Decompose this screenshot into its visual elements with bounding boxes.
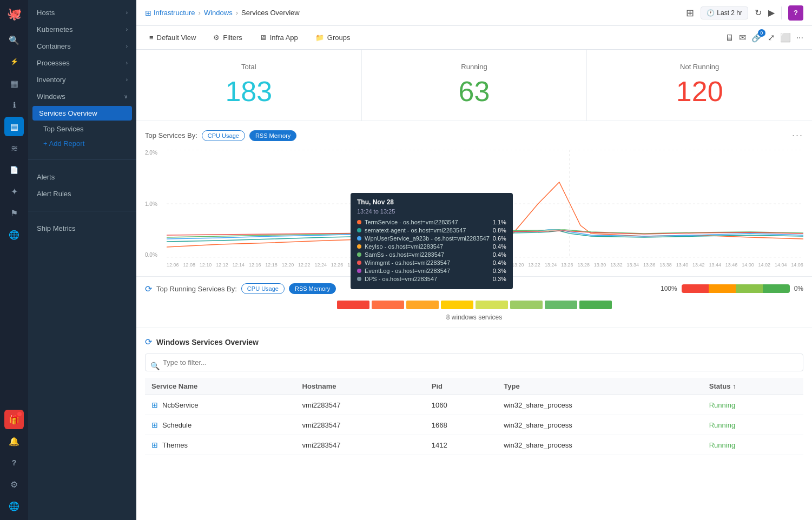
default-view-btn[interactable]: ≡ Default View bbox=[145, 31, 200, 44]
col-type: Type bbox=[497, 378, 702, 395]
gift-icon[interactable]: 🎁 bbox=[4, 410, 24, 429]
tooltip-row: SamSs - os.host=vmi2283547 0.4% bbox=[357, 251, 506, 258]
tooltip-service-name: DPS - os.host=vmi2283547 bbox=[365, 276, 490, 282]
chevron-right-icon: › bbox=[126, 77, 128, 83]
stat-not-running-label: Not Running bbox=[596, 63, 803, 71]
tooltip-service-name: EventLog - os.host=vmi2283547 bbox=[365, 268, 490, 274]
network-icon[interactable]: 🌐 bbox=[4, 496, 24, 516]
sidebar-item-kubernetes[interactable]: Kubernetes › bbox=[28, 21, 136, 38]
tooltip-service-name: SamSs - os.host=vmi2283547 bbox=[365, 251, 490, 258]
nav-divider bbox=[28, 159, 136, 160]
email-icon[interactable]: ✉ bbox=[739, 32, 746, 43]
windows-icon: ⊞ bbox=[151, 401, 158, 409]
tooltip-dot bbox=[357, 269, 361, 273]
fullscreen-icon[interactable]: ⤢ bbox=[768, 32, 775, 43]
quick-nav-icon[interactable]: ⚡ bbox=[4, 52, 24, 71]
stat-total-value: 183 bbox=[145, 75, 353, 108]
table-icon[interactable]: ≋ bbox=[4, 138, 24, 158]
sidebar-item-containers[interactable]: Containers › bbox=[28, 38, 136, 55]
clock-icon: 🕐 bbox=[707, 9, 715, 17]
block-8 bbox=[579, 301, 612, 309]
sidebar-item-ship-metrics[interactable]: Ship Metrics bbox=[28, 220, 136, 237]
chevron-right-icon: › bbox=[126, 26, 128, 32]
progress-seg-green bbox=[763, 284, 790, 293]
tooltip-value: 0.3% bbox=[493, 268, 506, 274]
tooltip-date: Thu, Nov 28 bbox=[357, 198, 506, 206]
nav-alerts-section: Alerts Alert Rules bbox=[28, 164, 136, 206]
more-icon[interactable]: ··· bbox=[796, 33, 803, 43]
tooltip-dot bbox=[357, 244, 361, 249]
chevron-right-icon: › bbox=[126, 10, 128, 16]
share-icon[interactable]: 🔗 0 bbox=[751, 32, 762, 43]
sidebar-item-alert-rules[interactable]: Alert Rules bbox=[28, 185, 136, 202]
stat-running: Running 63 bbox=[362, 50, 587, 121]
toolbar2-right: 🖥 ✉ 🔗 0 ⤢ ⬜ ··· bbox=[725, 32, 803, 43]
globe-icon[interactable]: 🌐 bbox=[4, 225, 24, 244]
play-icon[interactable]: ▶ bbox=[768, 8, 775, 18]
table-row[interactable]: ⊞ Themes vmi2283547 1412 win32_share_pro… bbox=[145, 435, 803, 455]
nav-divider-2 bbox=[28, 211, 136, 211]
sidebar-item-inventory[interactable]: Inventory › bbox=[28, 71, 136, 88]
windows-icon: ⊞ bbox=[151, 421, 158, 429]
cell-service-name: ⊞ NcbService bbox=[145, 395, 296, 415]
infra-app-btn[interactable]: 🖥 Infra App bbox=[255, 31, 302, 44]
tooltip-dot bbox=[357, 252, 361, 257]
stat-running-label: Running bbox=[371, 63, 578, 71]
time-range-btn[interactable]: 🕐 Last 2 hr bbox=[701, 6, 748, 19]
sidebar-item-add-report[interactable]: + Add Report bbox=[28, 136, 136, 151]
settings-icon[interactable]: ⚙ bbox=[4, 475, 24, 494]
list-icon[interactable]: ▤ bbox=[4, 117, 24, 136]
tooltip-dot bbox=[357, 277, 361, 281]
filter-search-icon: 🔍 bbox=[150, 362, 160, 370]
progress-0-label: 0% bbox=[794, 285, 803, 292]
filter-input[interactable] bbox=[145, 354, 803, 371]
help-btn[interactable]: ? bbox=[788, 5, 803, 21]
search-icon[interactable]: 🔍 bbox=[4, 30, 24, 50]
apps-grid-icon[interactable]: ⊞ bbox=[686, 7, 694, 19]
grid-icon[interactable]: ▦ bbox=[4, 74, 24, 93]
breadcrumb-windows[interactable]: Windows bbox=[204, 9, 233, 17]
info-icon[interactable]: ℹ bbox=[4, 95, 24, 115]
rss-memory-tab[interactable]: RSS Memory bbox=[249, 130, 296, 141]
sidebar-item-processes[interactable]: Processes › bbox=[28, 55, 136, 71]
help-circle-icon[interactable]: ? bbox=[4, 453, 24, 472]
tooltip-service-name: sematext-agent - os.host=vmi2283547 bbox=[365, 227, 490, 234]
groups-btn[interactable]: 📁 Groups bbox=[311, 31, 355, 44]
topbar: ⊞ Infrastructure › Windows › Services Ov… bbox=[136, 0, 812, 26]
running-cpu-tab[interactable]: CPU Usage bbox=[241, 283, 285, 294]
tooltip-value: 0.4% bbox=[493, 251, 506, 258]
sidebar-item-hosts[interactable]: Hosts › bbox=[28, 4, 136, 21]
cell-service-name: ⊞ Themes bbox=[145, 435, 296, 455]
monitor-icon-2[interactable]: 🖥 bbox=[725, 33, 734, 43]
windows-icon: ⊞ bbox=[151, 441, 158, 449]
sidebar-nav: Hosts › Kubernetes › Containers › Proces… bbox=[28, 0, 136, 520]
table-header: Service Name Hostname Pid Type Status ↑ bbox=[145, 378, 803, 395]
tooltip-value: 1.1% bbox=[493, 219, 506, 225]
cpu-usage-tab[interactable]: CPU Usage bbox=[202, 130, 245, 141]
layout-icon[interactable]: ⬜ bbox=[780, 32, 791, 43]
app-logo[interactable]: 🐙 bbox=[4, 4, 24, 24]
refresh-icon[interactable]: ↻ bbox=[755, 8, 762, 18]
filters-btn[interactable]: ⚙ Filters bbox=[209, 31, 246, 44]
sidebar-item-services-overview[interactable]: Services Overview bbox=[32, 106, 132, 121]
tooltip-row: sematext-agent - os.host=vmi2283547 0.8% bbox=[357, 227, 506, 234]
breadcrumb-infra[interactable]: ⊞ Infrastructure bbox=[145, 9, 195, 17]
sidebar-item-windows[interactable]: Windows ∨ bbox=[28, 88, 136, 105]
stat-not-running-value: 120 bbox=[596, 75, 803, 108]
running-rss-tab[interactable]: RSS Memory bbox=[289, 283, 336, 294]
star-icon[interactable]: ✦ bbox=[4, 182, 24, 201]
tooltip-row: KeyIso - os.host=vmi2283547 0.4% bbox=[357, 243, 506, 250]
cell-status: Running bbox=[703, 415, 803, 435]
table-row[interactable]: ⊞ NcbService vmi2283547 1060 win32_share… bbox=[145, 395, 803, 415]
cell-hostname: vmi2283547 bbox=[296, 395, 425, 415]
sidebar-item-alerts[interactable]: Alerts bbox=[28, 169, 136, 185]
doc-icon[interactable]: 📄 bbox=[4, 160, 24, 179]
table-row[interactable]: ⊞ Schedule vmi2283547 1668 win32_share_p… bbox=[145, 415, 803, 435]
windows-services-icon: ⟳ bbox=[145, 337, 152, 347]
sidebar-item-top-services[interactable]: Top Services bbox=[28, 122, 136, 136]
bell-icon[interactable]: 🔔 bbox=[4, 431, 24, 451]
chart-more-icon[interactable]: ··· bbox=[792, 130, 803, 141]
tooltip-service-name: TermService - os.host=vmi2283547 bbox=[365, 219, 490, 225]
flag-icon[interactable]: ⚑ bbox=[4, 203, 24, 223]
block-3 bbox=[406, 301, 439, 309]
